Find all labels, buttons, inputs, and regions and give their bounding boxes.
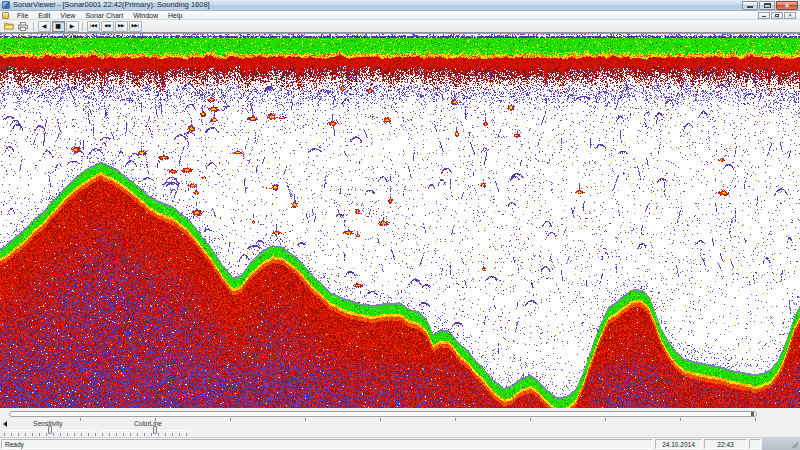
slider-tick [60,433,61,436]
slider-tick [179,433,180,436]
toolbar-separator [82,22,83,31]
stop-button[interactable]: ■ [52,21,65,32]
slider-tick [11,433,12,436]
trackbar-tick [680,418,681,421]
mdi-minimize-icon [762,16,766,17]
rewind-icon: ◀◀ [104,23,110,29]
mdi-restore-icon [775,14,779,17]
go-first-button[interactable]: |◀◀ [87,21,100,32]
status-date: 24.10.2014 [655,439,702,449]
maximize-icon [764,3,771,8]
trackbar-tick [530,418,531,421]
go-last-icon: ▶▶| [132,23,139,29]
play-reverse-icon: ◀ [42,23,47,29]
slider-tick [109,433,110,436]
slider-tick [39,433,40,436]
slider-tick [186,433,187,436]
slider-tick [116,433,117,436]
close-button[interactable]: × [776,1,798,10]
slider-tick [123,433,124,436]
mdi-close-icon: × [788,12,792,18]
slider-tick [18,433,19,436]
stop-icon: ■ [55,23,61,29]
trackbar-tick [305,418,306,421]
status-message: Ready [1,439,653,449]
menu-items: FileEditViewSonar ChartWindowHelp [12,11,187,20]
pan-left-icon[interactable] [3,421,7,427]
rewind-button[interactable]: ◀◀ [101,21,114,32]
slider-tick [32,433,33,436]
play-forward-icon: ▶ [70,23,75,29]
slider-tick [25,433,26,436]
window-controls: × [741,1,798,10]
minimize-button[interactable] [742,1,758,10]
window-title: SonarViewer - [Sonar0001 22:42(Primary):… [13,0,210,10]
title-bar: SonarViewer - [Sonar0001 22:42(Primary):… [0,0,800,11]
menu-view[interactable]: View [55,11,80,20]
go-first-icon: |◀◀ [90,23,97,29]
trackbar-tick [230,418,231,421]
mdi-restore-button[interactable] [771,12,783,19]
status-spacer [749,439,761,449]
fast-forward-button[interactable]: ▶▶ [115,21,128,32]
slider-tick [130,433,131,436]
slider-tick [81,433,82,436]
sensitivity-slider[interactable] [4,430,94,431]
play-reverse-button[interactable]: ◀ [38,21,51,32]
mdi-minimize-button[interactable] [758,12,770,19]
minimize-icon [747,6,753,8]
slider-tick [172,433,173,436]
print-button[interactable] [17,21,30,32]
slider-tick [95,433,96,436]
slider-ticks [0,433,800,436]
menu-edit[interactable]: Edit [33,11,55,20]
position-trackbar-thumb[interactable] [751,412,754,416]
menu-help[interactable]: Help [163,11,187,20]
transport-buttons: ◀■▶|◀◀◀◀▶▶▶▶| [37,21,142,32]
slider-tick [165,433,166,436]
mdi-close-button[interactable]: × [784,12,796,19]
menu-bar: FileEditViewSonar ChartWindowHelp × [0,11,800,20]
printer-icon [18,22,28,31]
document-icon[interactable] [2,12,9,19]
slider-tick [137,433,138,436]
menu-sonar-chart[interactable]: Sonar Chart [80,11,128,20]
folder-open-icon [4,22,14,30]
control-panel: Sensitivity ColorLine [0,408,800,437]
slider-tick [4,433,5,436]
app-icon [2,1,10,9]
open-file-button[interactable] [3,21,16,32]
slider-tick [151,433,152,436]
status-bar: Ready 24.10.2014 22:43 [0,437,800,450]
menu-file[interactable]: File [12,11,33,20]
colorline-label: ColorLine [103,420,193,427]
trackbar-tick [380,418,381,421]
slider-tick [144,433,145,436]
sonar-echogram[interactable] [0,33,800,408]
colorline-slider[interactable] [100,430,190,431]
slider-tick [88,433,89,436]
slider-tick [46,433,47,436]
trackbar-tick [455,418,456,421]
menu-window[interactable]: Window [128,11,163,20]
close-icon: × [785,2,789,9]
status-ready-text: Ready [5,441,24,448]
toolbar-separator [33,22,34,31]
trackbar-tick [755,418,756,421]
mdi-window-controls: × [757,12,796,19]
slider-tick [67,433,68,436]
maximize-button[interactable] [759,1,775,10]
slider-tick [158,433,159,436]
slider-tick [74,433,75,436]
slider-tick [102,433,103,436]
play-forward-button[interactable]: ▶ [66,21,79,32]
resize-grip[interactable] [762,438,800,450]
status-time: 22:43 [704,439,747,449]
fast-forward-icon: ▶▶ [118,23,124,29]
trackbar-tick [605,418,606,421]
position-trackbar[interactable] [9,411,757,417]
slider-tick [53,433,54,436]
toolbar: ◀■▶|◀◀◀◀▶▶▶▶| [0,20,800,33]
go-last-button[interactable]: ▶▶| [129,21,142,32]
